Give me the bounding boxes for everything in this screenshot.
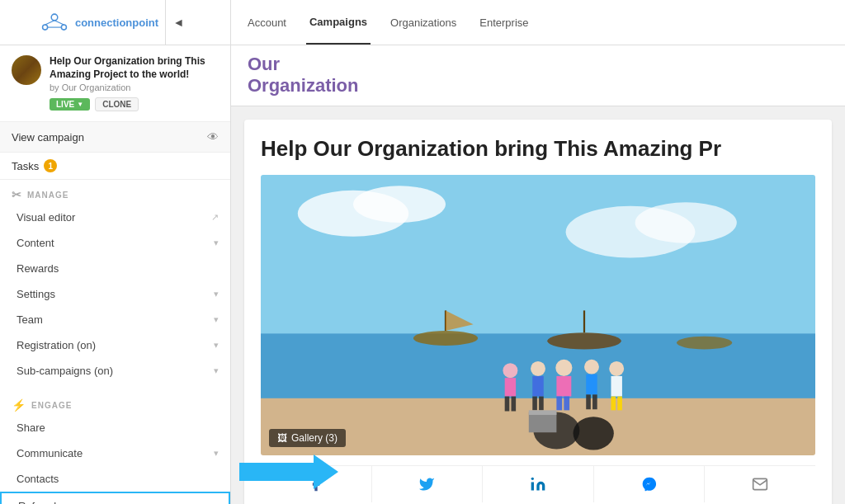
svg-rect-29 <box>556 396 562 410</box>
avatar-image <box>12 55 41 85</box>
engage-icon: ⚡ <box>12 398 26 412</box>
nav-enterprise[interactable]: Enterprise <box>476 0 531 45</box>
blue-arrow-indicator <box>239 455 338 489</box>
logo-text: connectionpoint <box>75 16 158 29</box>
svg-rect-24 <box>532 376 543 397</box>
menu-settings[interactable]: Settings ▾ <box>0 281 230 307</box>
svg-rect-26 <box>539 396 544 410</box>
svg-rect-42 <box>529 410 557 415</box>
page-title: Our Organization <box>248 54 828 97</box>
nav-campaigns[interactable]: Campaigns <box>306 0 371 45</box>
campaign-org: by Our Organization <box>50 82 219 92</box>
menu-share[interactable]: Share <box>0 415 230 440</box>
svg-rect-20 <box>505 378 516 396</box>
menu-team[interactable]: Team ▾ <box>0 307 230 332</box>
svg-point-10 <box>635 202 737 243</box>
menu-content[interactable]: Content ▾ <box>0 230 230 256</box>
svg-point-17 <box>677 337 732 350</box>
arrow-icon: ↗ <box>211 212 219 223</box>
tasks-label: Tasks <box>12 160 39 172</box>
engage-section-label: ⚡ ENGAGE <box>0 390 230 415</box>
svg-point-19 <box>503 363 517 378</box>
view-campaign-label: View campaign <box>12 131 84 144</box>
linkedin-share-button[interactable] <box>483 466 594 502</box>
nav-account[interactable]: Account <box>244 0 290 45</box>
campaign-image <box>261 175 815 455</box>
chevron-down-icon: ▾ <box>214 238 219 248</box>
logo-icon <box>39 7 70 38</box>
main-content: Our Organization Help Our Organization b… <box>231 45 845 504</box>
svg-point-2 <box>61 25 66 30</box>
sidebar: Help Our Organization bring This Amazing… <box>0 45 231 504</box>
social-bar <box>261 465 815 502</box>
menu-sub-campaigns[interactable]: Sub-campaigns (on) ▾ <box>0 358 230 384</box>
svg-rect-41 <box>529 412 557 432</box>
chevron-down-icon: ▾ <box>214 289 219 299</box>
gallery-icon: 🖼 <box>277 432 287 444</box>
svg-rect-22 <box>512 396 517 411</box>
svg-point-1 <box>42 25 47 30</box>
svg-point-8 <box>353 186 446 223</box>
nav-links: Account Campaigns Organizations Enterpri… <box>231 0 845 45</box>
menu-contacts[interactable]: Contacts <box>0 466 230 492</box>
chevron-down-icon: ▾ <box>214 340 219 351</box>
svg-marker-45 <box>239 455 338 489</box>
gallery-badge[interactable]: 🖼 Gallery (3) <box>269 429 346 447</box>
collapse-button[interactable]: ◄ <box>165 0 191 45</box>
clone-badge[interactable]: CLONE <box>95 97 139 111</box>
campaign-header: Help Our Organization bring This Amazing… <box>0 45 230 122</box>
menu-referrals[interactable]: Referrals <box>0 492 230 504</box>
eye-icon: 👁 <box>207 130 219 144</box>
svg-rect-32 <box>586 374 597 394</box>
svg-rect-38 <box>617 396 622 410</box>
top-nav: connectionpoint ◄ Account Campaigns Orga… <box>0 0 845 45</box>
preview-campaign-title: Help Our Organization bring This Amazing… <box>261 136 815 162</box>
menu-visual-editor[interactable]: Visual editor ↗ <box>0 205 230 230</box>
svg-point-15 <box>547 332 621 349</box>
logo-area: connectionpoint ◄ <box>0 0 231 45</box>
campaign-avatar <box>12 55 41 85</box>
nav-organizations[interactable]: Organizations <box>387 0 460 45</box>
svg-line-4 <box>54 21 64 25</box>
campaign-badges: LIVE CLONE <box>50 97 219 111</box>
page-header: Our Organization <box>231 45 845 106</box>
content-area: Help Our Organization bring This Amazing… <box>0 45 845 504</box>
messenger-share-button[interactable] <box>594 466 706 502</box>
chevron-down-icon: ▾ <box>214 314 219 325</box>
campaign-title: Help Our Organization bring This Amazing… <box>50 55 219 81</box>
menu-registration[interactable]: Registration (on) ▾ <box>0 332 230 358</box>
gallery-label: Gallery (3) <box>291 432 338 444</box>
messenger-icon <box>641 476 658 492</box>
svg-rect-25 <box>532 396 537 410</box>
svg-point-23 <box>531 361 545 376</box>
linkedin-icon <box>530 476 546 492</box>
email-icon <box>752 476 768 492</box>
menu-communicate[interactable]: Communicate ▾ <box>0 440 230 466</box>
menu-rewards[interactable]: Rewards <box>0 256 230 281</box>
svg-rect-37 <box>611 396 616 410</box>
svg-rect-21 <box>505 396 510 411</box>
campaign-image-container: 🖼 Gallery (3) <box>261 175 815 455</box>
svg-point-27 <box>555 360 572 376</box>
twitter-icon <box>418 476 435 492</box>
svg-rect-36 <box>611 376 621 397</box>
svg-rect-33 <box>586 394 591 409</box>
svg-point-31 <box>584 360 599 374</box>
manage-section-label: ✂ MANAGE <box>0 180 230 205</box>
svg-point-40 <box>574 417 614 450</box>
view-campaign-button[interactable]: View campaign 👁 <box>0 122 230 153</box>
svg-line-3 <box>45 21 54 25</box>
svg-rect-30 <box>564 396 569 410</box>
svg-rect-28 <box>556 376 571 397</box>
chevron-down-icon: ▾ <box>214 448 219 459</box>
live-badge[interactable]: LIVE <box>50 98 90 111</box>
campaign-info: Help Our Organization bring This Amazing… <box>50 55 219 111</box>
twitter-share-button[interactable] <box>372 466 484 502</box>
svg-point-35 <box>609 361 624 376</box>
tasks-item[interactable]: Tasks 1 <box>0 153 230 180</box>
referrals-label: Referrals <box>18 500 62 504</box>
chevron-down-icon: ▾ <box>214 365 219 376</box>
arrow-indicator-container <box>239 455 338 492</box>
email-share-button[interactable] <box>705 466 815 502</box>
svg-point-12 <box>413 331 478 346</box>
